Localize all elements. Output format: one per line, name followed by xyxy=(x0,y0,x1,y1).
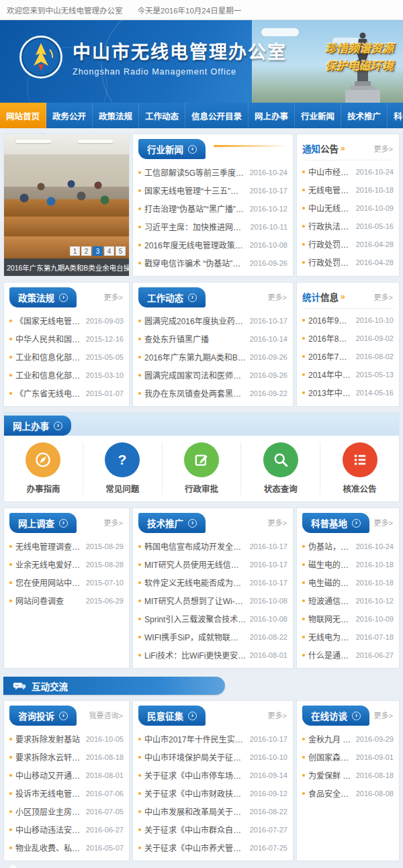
news-link[interactable]: 行政处罚事先告知书送… xyxy=(308,238,353,250)
news-link[interactable]: 业余无线电爱好者调查问卷 xyxy=(15,559,83,570)
news-link[interactable]: 物联网无线技术都使用… xyxy=(308,613,353,624)
news-link[interactable]: 2014年中山市无线电管… xyxy=(308,369,353,380)
news-link[interactable]: 电生磁的奠基人（1782－… xyxy=(308,577,353,588)
service-guide[interactable]: 办事指南 xyxy=(4,442,83,495)
carousel-page-button[interactable]: 5 xyxy=(116,246,126,256)
news-link[interactable]: 短波通信为何经久不衰… xyxy=(308,595,353,606)
nav-item[interactable]: 工作动态 xyxy=(139,103,185,128)
news-link[interactable]: MIT研究人员使用无线信号识别情绪 xyxy=(144,559,247,570)
carousel-page-button[interactable]: 2 xyxy=(81,246,91,256)
news-link[interactable]: 工信部解读5G等前三季度工业通信… xyxy=(144,166,247,178)
news-link[interactable]: 中山市经济和信息化局… xyxy=(308,166,353,177)
news-link[interactable]: 国家无线电管理“十三五”规划宣贯… xyxy=(144,185,247,196)
news-link[interactable]: 中山无线电监测站2015… xyxy=(308,202,353,213)
news-link[interactable]: Sprint引入三载波聚合技术：提升4G网… xyxy=(144,613,247,624)
news-link[interactable]: 关于征求《中山市停车场管理规定》… xyxy=(144,769,247,781)
more-link[interactable]: 更多> xyxy=(374,710,393,720)
news-link[interactable]: 无线电为手机充电可行… xyxy=(308,631,353,642)
news-link[interactable]: 伪基站，通信信息诈骗的… xyxy=(308,540,353,552)
news-link[interactable]: 创国家森林城市 建幸福… xyxy=(308,751,353,763)
news-link[interactable]: 中山市环境保护局关于征求《中山市… xyxy=(144,751,247,763)
nav-item[interactable]: 技术推广 xyxy=(341,103,388,128)
news-link[interactable]: 圆满完成国家司法和医师资格考试… xyxy=(144,369,247,381)
news-list: 中山市经济和信息化局… 2016-10-24 无线电管理机构行政执… 2016-… xyxy=(302,162,394,271)
more-link[interactable]: 更多> xyxy=(268,517,287,528)
news-link[interactable]: 中山市发展和改革局关于向社会公… xyxy=(144,806,247,817)
more-link[interactable]: 更多> xyxy=(104,517,123,528)
news-link[interactable]: 食品安全齐出力，健康中… xyxy=(308,787,353,799)
more-link[interactable]: 更多> xyxy=(268,710,287,720)
news-link[interactable]: 软件定义无线电能否成为现实？ xyxy=(144,577,247,588)
service-approval[interactable]: 行政审批 xyxy=(162,442,241,495)
more-link[interactable]: 更多> xyxy=(268,291,287,302)
panel-title-ribbon: 科普基地 › xyxy=(302,513,369,533)
news-link[interactable]: 工业和信息化部关于14… xyxy=(15,369,83,381)
news-link[interactable]: 《广东省无线电管理条例… xyxy=(15,387,83,399)
more-link[interactable]: 更多> xyxy=(374,143,393,154)
news-link[interactable]: 2013年中山市无线电管… xyxy=(308,387,353,398)
news-link[interactable]: 行政处罚事先告知书送… xyxy=(308,256,353,268)
news-link[interactable]: 金秋九月 中山掀起反酒… xyxy=(308,733,353,744)
news-link[interactable]: 2016年度无线电管理政策研究工作… xyxy=(144,239,247,250)
news-link[interactable]: 您在使用网站中，认为还需要… xyxy=(15,577,83,588)
carousel-page-button[interactable]: 3 xyxy=(93,246,103,256)
news-link[interactable]: 物业乱收费、私自安装大功率… xyxy=(15,842,83,853)
news-link[interactable]: 我办在东凤镇查处两套黑广播 xyxy=(144,387,247,399)
more-link[interactable]: 更多> xyxy=(374,517,393,528)
news-link[interactable]: 圆满完成2016年度执业药师等考试… xyxy=(144,315,247,326)
news-link[interactable]: 2016年7月无线电管理业… xyxy=(308,350,353,362)
news-link[interactable]: 中山市2017年十件民生实事意见征… xyxy=(144,733,247,744)
news-link[interactable]: 网站问卷调查 xyxy=(15,595,83,606)
news-link[interactable]: WIFI携手SiP，成就物联网解决方案专… xyxy=(144,631,247,642)
news-link[interactable]: 行政执法暂扣物品公告… xyxy=(308,220,353,232)
nav-item[interactable]: 行业新闻 xyxy=(295,103,341,128)
news-link[interactable]: 为爱保鲜 打好婚姻保卫… xyxy=(308,769,353,781)
service-faq[interactable]: ? 常见问题 xyxy=(83,442,162,495)
news-link[interactable]: 《国家无线电管理规划（… xyxy=(15,315,83,326)
list-item: 伪基站，通信信息诈骗的… 2016-10-24 xyxy=(302,537,394,555)
nav-item[interactable]: 科普基地 xyxy=(388,103,403,128)
news-link[interactable]: 磁生电的创立者——黎明… xyxy=(308,559,353,570)
news-link[interactable]: 什么是通讯信息诈骗？ xyxy=(308,649,353,661)
carousel-page-button[interactable]: 4 xyxy=(104,246,114,256)
nav-item[interactable]: 政务公开 xyxy=(46,103,93,128)
more-link[interactable]: 我要咨询> xyxy=(89,710,123,720)
news-link[interactable]: 要求拆除水云轩10栋楼顶的基… xyxy=(15,751,83,763)
carousel-page-button[interactable]: 1 xyxy=(70,246,80,256)
news-link[interactable]: 中山移动违法安装通讯基站 xyxy=(15,824,83,835)
news-link[interactable]: 查处东升镇黑广播 xyxy=(144,333,247,344)
list-item: 投诉市无线电管理办公室行政… 2016-07-06 xyxy=(9,784,124,802)
news-link[interactable]: 关于征求《中山市养犬管理条例》(草… xyxy=(144,842,247,853)
news-link[interactable]: 韩国电信宣布成功开发全新5G中继器… xyxy=(144,540,247,552)
news-link[interactable]: 工业和信息化部关于无… xyxy=(15,351,83,363)
news-link[interactable]: 打击治理“伪基站”“黑广播”工作座… xyxy=(144,203,247,214)
service-announcement[interactable]: 核准公告 xyxy=(320,442,399,495)
nav-item[interactable]: 网站首页 xyxy=(0,103,46,128)
news-link[interactable]: 关于征求《中山市群众自发性聚集活… xyxy=(144,824,247,835)
more-link[interactable]: 更多> xyxy=(104,291,123,302)
news-link[interactable]: 习近平主席：加快推进网络信息技术… xyxy=(144,221,247,232)
news-link[interactable]: 要求拆除发射基站 xyxy=(15,733,83,744)
service-status[interactable]: 状态查询 xyxy=(240,442,320,495)
photo-carousel[interactable]: 12345 2016年广东第九期A类和B类业余电台操作证书考试在中山 xyxy=(3,134,130,277)
news-link[interactable]: 无线电管理调查问卷 xyxy=(15,540,83,552)
news-link[interactable]: 中华人民共和国工业和… xyxy=(15,333,83,344)
news-link[interactable]: 戳穿电信诈骗术 “伪基站”是个什么… xyxy=(144,257,247,269)
news-link[interactable]: LiFi技术：比WiFi更快更安全，成熟度… xyxy=(144,649,247,661)
news-link[interactable]: 关于征求《中山市财政扶持产业发展… xyxy=(144,787,247,799)
news-link[interactable]: 无线电管理机构行政执… xyxy=(308,184,353,195)
news-link[interactable]: 小区顶层业主房屋出租安装发… xyxy=(15,806,83,817)
nav-item[interactable]: 信息公开目录 xyxy=(185,103,249,128)
nav-item[interactable]: 网上办事 xyxy=(249,103,295,128)
news-link[interactable]: 2016年广东第九期A类和B类业余电… xyxy=(144,351,247,363)
news-link[interactable]: 2016年9月无线电管理业… xyxy=(308,314,353,326)
news-link[interactable]: 投诉市无线电管理办公室行政… xyxy=(15,787,83,799)
list-item: 我办在东凤镇查处两套黑广播 2016-09-22 xyxy=(138,384,287,402)
more-link[interactable]: 更多> xyxy=(374,291,393,302)
news-link[interactable]: 中山移动又开通违法基站 xyxy=(15,769,83,781)
news-link[interactable]: MIT研究人员想到了让Wi-Fi提速10倍… xyxy=(144,595,247,606)
panel-notices: 通知 公告 » 更多> 中山市经济和信息化局… 2016-10-24 无线电管理… xyxy=(296,134,400,277)
list-item: 要求拆除水云轩10栋楼顶的基… 2016-08-18 xyxy=(9,748,124,766)
nav-item[interactable]: 政策法规 xyxy=(93,103,139,128)
news-link[interactable]: 2016年8月无线电管理业… xyxy=(308,332,353,344)
